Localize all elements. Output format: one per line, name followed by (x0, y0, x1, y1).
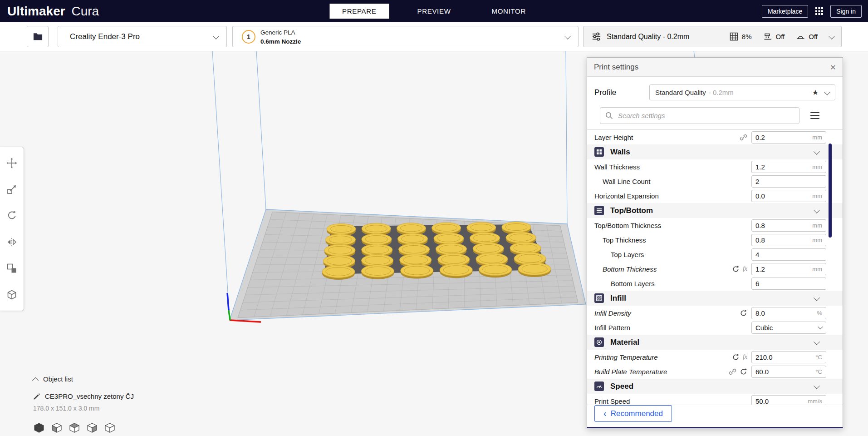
chevron-down-icon (564, 33, 571, 39)
printer-selector[interactable]: Creality Ender-3 Pro (58, 26, 227, 47)
setting-unit: mm (812, 266, 822, 272)
support-blocker-button[interactable] (0, 282, 24, 308)
rotate-tool-button[interactable] (0, 203, 24, 229)
logo-bold: Ultimaker (7, 4, 65, 18)
category-walls[interactable]: Walls (587, 144, 843, 159)
view-front-icon[interactable] (51, 422, 63, 434)
category-speed[interactable]: Speed (587, 379, 843, 394)
close-icon[interactable]: × (830, 62, 836, 72)
setting-value-input[interactable]: 4 (751, 248, 826, 261)
settings-scrollbar[interactable] (829, 144, 832, 238)
setting-value-input[interactable]: 50.0mm/s (751, 395, 826, 406)
infill-value: 8% (742, 33, 752, 40)
setting-label: Top/Bottom Thickness (594, 222, 747, 229)
settings-menu-icon[interactable] (810, 112, 819, 119)
profile-select[interactable]: Standard Quality - 0.2mm ★ (649, 84, 835, 100)
per-model-settings-button[interactable] (0, 255, 24, 282)
chevron-up-icon (32, 377, 39, 383)
setting-label: Build Plate Temperature (594, 368, 729, 376)
setting-value-input[interactable]: 1.2mm (751, 161, 826, 173)
object-list-block: Object list CE3PRO_vsechny zetony ČJ 178… (33, 375, 134, 434)
setting-icons: fx (732, 265, 747, 273)
view-left-icon[interactable] (86, 422, 98, 434)
walls-category-icon (594, 147, 604, 157)
setting-value: 0.0 (755, 192, 765, 200)
setting-value-input[interactable]: 0.0mm (751, 190, 826, 202)
link-icon[interactable] (740, 134, 747, 141)
favorite-star-icon[interactable]: ★ (812, 88, 819, 97)
marketplace-button[interactable]: Marketplace (762, 5, 808, 18)
setting-row-printing-temperature: Printing Temperaturefx210.0°C (587, 350, 843, 364)
revert-icon[interactable] (732, 265, 740, 273)
setting-value-input[interactable]: 0.8mm (751, 234, 826, 246)
move-icon (6, 157, 18, 169)
setting-label: Horizontal Expansion (594, 192, 747, 200)
setting-row-wall-thickness: Wall Thickness1.2mm (587, 159, 843, 174)
extruder-badge: 1 (242, 30, 255, 44)
applications-grid-icon[interactable] (815, 7, 824, 15)
setting-label: Infill Density (594, 309, 740, 317)
function-icon[interactable]: fx (743, 353, 747, 361)
setting-dropdown[interactable]: Cubic (751, 322, 826, 334)
open-file-button[interactable] (27, 26, 49, 47)
tab-preview[interactable]: PREVIEW (404, 4, 463, 19)
category-material[interactable]: Material (587, 335, 843, 350)
profile-value: Standard Quality (655, 89, 706, 96)
adhesion-value: Off (809, 33, 818, 40)
revert-icon[interactable] (740, 368, 747, 376)
scale-icon (6, 183, 18, 195)
chevron-down-icon (818, 324, 823, 329)
setting-value: 50.0 (755, 397, 769, 405)
setting-value: 6 (755, 280, 759, 287)
view-right-icon[interactable] (104, 422, 116, 434)
edit-pencil-icon (33, 392, 41, 400)
setting-value: 1.2 (755, 163, 765, 171)
setting-value: 4 (755, 251, 759, 258)
setting-row-infill-density: Infill Density8.0% (587, 306, 843, 320)
setting-label: Wall Line Count (594, 178, 747, 185)
setting-label: Layer Height (594, 134, 740, 141)
setting-value-input[interactable]: 0.8mm (751, 219, 826, 232)
panel-title: Print settings (594, 63, 638, 72)
sign-in-button[interactable]: Sign in (830, 5, 862, 18)
setting-value-input[interactable]: 0.2mm (751, 131, 826, 144)
category-label: Top/Bottom (610, 206, 653, 215)
move-tool-button[interactable] (0, 150, 24, 176)
support-value: Off (776, 33, 785, 40)
category-label: Walls (610, 148, 630, 157)
revert-icon[interactable] (732, 353, 740, 361)
chevron-down-icon (213, 33, 219, 39)
setting-value-input[interactable]: 6 (751, 277, 826, 290)
object-list-toggle[interactable]: Object list (33, 375, 134, 383)
category-top-bottom[interactable]: Top/Bottom (587, 203, 843, 218)
setting-value-input[interactable]: 8.0% (751, 307, 826, 319)
header-right: Marketplace Sign in (762, 5, 862, 18)
infill-icon (730, 32, 738, 41)
print-settings-summary[interactable]: Standard Quality - 0.2mm 8% (583, 26, 842, 47)
object-list-item[interactable]: CE3PRO_vsechny zetony ČJ (33, 392, 134, 400)
link-icon[interactable] (729, 368, 736, 376)
scale-tool-button[interactable] (0, 176, 24, 203)
view-top-icon[interactable] (69, 422, 80, 434)
mirror-tool-button[interactable] (0, 229, 24, 255)
chevron-down-icon (824, 89, 830, 95)
tab-prepare[interactable]: PREPARE (329, 4, 389, 19)
setting-label: Wall Thickness (594, 163, 747, 171)
view-3d-icon[interactable] (33, 422, 45, 434)
setting-value-input[interactable]: 1.2mm (751, 263, 826, 275)
cura-window: Ultimaker Cura PREPARE PREVIEW MONITOR M… (0, 0, 868, 436)
tab-monitor[interactable]: MONITOR (479, 4, 539, 19)
setting-value: 2 (755, 178, 759, 185)
setting-value-input[interactable]: 60.0°C (751, 366, 826, 378)
setting-unit: °C (815, 368, 822, 375)
revert-icon[interactable] (740, 309, 747, 317)
recommended-mode-button[interactable]: ‹ Recommended (594, 405, 672, 422)
adhesion-summary: Off (796, 32, 818, 41)
category-infill[interactable]: Infill (587, 291, 843, 306)
function-icon[interactable]: fx (743, 265, 747, 272)
adhesion-icon (796, 32, 805, 41)
setting-value-input[interactable]: 2 (751, 175, 826, 188)
material-selector[interactable]: 1 Generic PLA 0.6mm Nozzle (232, 26, 579, 47)
setting-value-input[interactable]: 210.0°C (751, 351, 826, 363)
search-input[interactable] (617, 111, 794, 120)
